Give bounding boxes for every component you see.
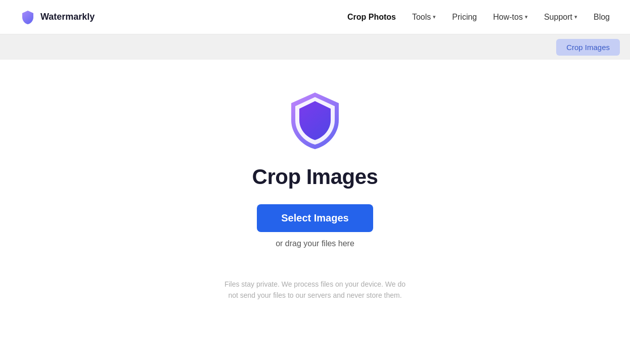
crop-images-header-button[interactable]: Crop Images <box>556 39 620 56</box>
nav-item-tools[interactable]: Tools ▾ <box>412 13 436 22</box>
main-nav: Crop Photos Tools ▾ Pricing How-tos ▾ Su… <box>347 13 610 22</box>
select-images-button[interactable]: Select Images <box>257 204 373 232</box>
howtos-chevron-icon: ▾ <box>525 14 528 20</box>
shield-logo-icon <box>287 90 343 151</box>
nav-item-crop-photos[interactable]: Crop Photos <box>347 13 396 22</box>
tools-chevron-icon: ▾ <box>433 14 436 20</box>
nav-item-support[interactable]: Support ▾ <box>544 13 577 22</box>
logo-text: Watermarkly <box>40 12 95 22</box>
page-title: Crop Images <box>252 165 378 189</box>
nav-item-blog[interactable]: Blog <box>594 13 610 22</box>
nav-item-pricing[interactable]: Pricing <box>452 13 477 22</box>
logo-icon <box>20 10 35 25</box>
main-content: Crop Images Select Images or drag your f… <box>0 60 630 322</box>
header: Watermarkly Crop Photos Tools ▾ Pricing … <box>0 0 630 34</box>
shield-icon-wrapper <box>287 90 343 153</box>
support-chevron-icon: ▾ <box>574 14 577 20</box>
nav-item-howtos[interactable]: How-tos ▾ <box>493 13 528 22</box>
subheader: Crop Images <box>0 34 630 60</box>
drag-text: or drag your files here <box>276 239 354 248</box>
privacy-text: Files stay private. We process files on … <box>219 279 411 301</box>
logo-area[interactable]: Watermarkly <box>20 10 95 25</box>
